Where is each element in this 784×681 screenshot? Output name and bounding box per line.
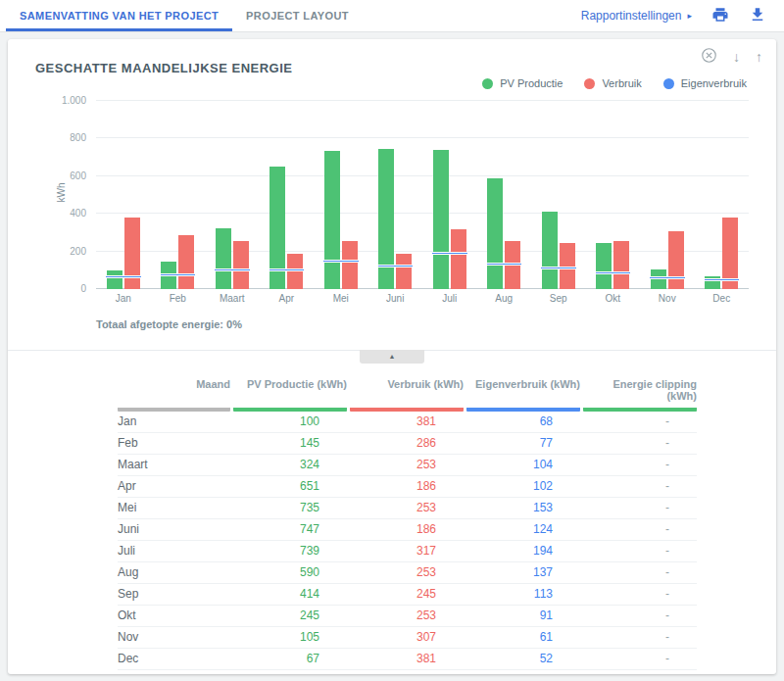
value-cell: 324 (233, 455, 347, 475)
bar-group (314, 101, 368, 289)
pv-productie-bar (107, 270, 122, 289)
table-column-header: Verbruik (kWh) (350, 378, 464, 412)
month-cell: Jan (118, 412, 230, 432)
chevron-right-icon: ▸ (687, 11, 692, 21)
value-cell: - (583, 584, 697, 605)
eigenverbruik-marker (432, 252, 467, 255)
table-row: Maart324253104- (118, 455, 697, 476)
value-cell: 253 (350, 498, 464, 518)
report-settings-link[interactable]: Rapportinstellingen ▸ (581, 9, 692, 23)
download-icon (749, 6, 766, 26)
remove-widget-button[interactable] (701, 47, 717, 67)
table-row: Apr651186102- (118, 476, 697, 498)
pv-productie-bar (216, 228, 231, 289)
clipped-energy-note: Totaal afgetopte energie: 0% (96, 318, 776, 330)
month-cell: Juli (118, 541, 230, 561)
value-cell: - (583, 412, 697, 432)
value-cell: - (583, 562, 697, 583)
tab-label: PROJECT LAYOUT (246, 10, 349, 22)
card-actions: ↓ ↑ (701, 47, 762, 67)
x-axis-tick-label: Maart (205, 293, 260, 304)
month-cell: Maart (118, 455, 230, 475)
x-axis-tick-label: Aug (477, 293, 532, 304)
eigenverbruik-marker (161, 273, 196, 276)
report-settings-label: Rapportinstellingen (581, 9, 682, 23)
table-column-header: PV Productie (kWh) (233, 378, 347, 412)
chart-plot: 02004006008001.000 (96, 101, 749, 289)
move-up-button[interactable]: ↑ (756, 47, 762, 67)
verbruik-bar (342, 241, 358, 289)
verbruik-bar (396, 254, 412, 289)
value-cell: 145 (233, 433, 347, 454)
bar-group (586, 101, 641, 289)
legend-label: PV Productie (500, 77, 563, 89)
verbruik-bar (613, 241, 629, 289)
table-row: Feb14528677- (118, 433, 697, 455)
value-cell: 153 (466, 498, 580, 518)
tab-samenvatting-van-het-project[interactable]: SAMENVATTING VAN HET PROJECT (6, 0, 232, 31)
value-cell: 104 (466, 455, 580, 475)
collapse-button[interactable]: ▲ (360, 350, 424, 364)
value-cell: 137 (466, 562, 580, 583)
value-cell: - (583, 649, 697, 669)
monthly-energy-table: MaandPV Productie (kWh)Verbruik (kWh)Eig… (118, 378, 697, 670)
x-axis-tick-label: Okt (586, 293, 641, 304)
bar-group (531, 101, 586, 289)
value-cell: 253 (350, 562, 464, 583)
eigenverbruik-marker (650, 276, 685, 279)
pv-productie-bar (596, 243, 612, 289)
arrow-down-icon: ↓ (733, 48, 740, 66)
pv-productie-bar (378, 149, 394, 289)
value-cell: 113 (466, 584, 580, 605)
value-cell: 381 (350, 649, 464, 669)
topbar: SAMENVATTING VAN HET PROJECT PROJECT LAY… (0, 0, 784, 32)
eigenverbruik-marker (378, 265, 414, 268)
month-cell: Juni (118, 519, 230, 540)
value-cell: 307 (350, 627, 464, 648)
pv-productie-bar (487, 178, 503, 289)
eigenverbruik-marker (270, 268, 305, 271)
bar-group (695, 101, 750, 289)
table-row: Juni747186124- (118, 519, 697, 541)
x-axis-tick-label: Sep (531, 293, 586, 304)
month-cell: Aug (118, 562, 230, 583)
tab-label: SAMENVATTING VAN HET PROJECT (20, 10, 219, 22)
bar-group (96, 101, 151, 289)
bar-group (260, 101, 315, 289)
y-axis-tick-label: 600 (43, 170, 86, 181)
value-cell: 105 (233, 627, 347, 648)
collapse-arrow-icon: ▲ (389, 353, 396, 360)
table-row: Jan10038168- (118, 412, 697, 433)
verbruik-bar (124, 218, 140, 289)
x-axis-tick-label: Juni (368, 293, 423, 304)
pv-productie-bar (433, 150, 449, 289)
table-column-header: Eigenverbruik (kWh) (466, 378, 580, 412)
value-cell: 590 (233, 562, 347, 583)
value-cell: 91 (466, 606, 580, 626)
table-column-header: Energie clipping (kWh) (583, 378, 697, 412)
value-cell: 61 (466, 627, 580, 648)
value-cell: 77 (466, 433, 580, 454)
eigenverbruik-marker (596, 271, 631, 274)
pv-productie-bar (324, 151, 340, 289)
print-button[interactable] (711, 6, 729, 26)
x-axis-tick-label: Mei (314, 293, 368, 304)
legend-dot-icon (482, 78, 493, 89)
value-cell: 739 (233, 541, 347, 561)
value-cell: - (583, 519, 697, 540)
bar-group (151, 101, 206, 289)
table-row: Dec6738152- (118, 649, 697, 670)
value-cell: 124 (466, 519, 580, 540)
tab-project-layout[interactable]: PROJECT LAYOUT (232, 0, 363, 31)
legend-item: PV Productie (482, 77, 563, 89)
bars-layer (96, 101, 749, 289)
download-button[interactable] (749, 6, 766, 26)
table-row: Juli739317194- (118, 541, 697, 562)
move-down-button[interactable]: ↓ (733, 47, 740, 67)
table-row: Sep414245113- (118, 584, 697, 606)
month-cell: Sep (118, 584, 230, 605)
eigenverbruik-marker (215, 268, 250, 271)
month-cell: Okt (118, 606, 230, 626)
eigenverbruik-marker (541, 267, 576, 269)
pv-productie-bar (542, 212, 558, 289)
